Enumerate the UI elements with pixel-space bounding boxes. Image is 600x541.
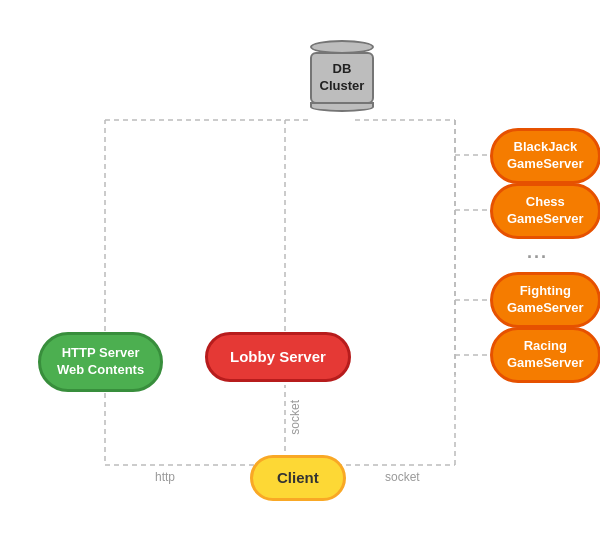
client: Client: [250, 455, 346, 501]
fighting-label: Fighting GameServer: [490, 272, 600, 328]
fighting-gameserver: Fighting GameServer: [490, 272, 600, 328]
lobby-server: Lobby Server: [205, 332, 351, 382]
dots-1: ...: [527, 242, 548, 263]
db-top: [310, 40, 374, 54]
blackjack-label: BlackJack GameServer: [490, 128, 600, 184]
db-label: DB Cluster: [320, 61, 365, 95]
socket-left-label: socket: [288, 400, 302, 435]
chess-gameserver: Chess GameServer: [490, 183, 600, 239]
db-body: DB Cluster: [310, 52, 374, 104]
racing-gameserver: Racing GameServer: [490, 327, 600, 383]
racing-label: Racing GameServer: [490, 327, 600, 383]
db-cluster: DB Cluster: [310, 40, 374, 112]
http-label: http: [155, 470, 175, 484]
socket-right-label: socket: [385, 470, 420, 484]
blackjack-gameserver: BlackJack GameServer: [490, 128, 600, 184]
chess-label: Chess GameServer: [490, 183, 600, 239]
architecture-diagram: DB Cluster BlackJack GameServer Chess Ga…: [0, 0, 600, 541]
http-server: HTTP Server Web Contents: [38, 332, 163, 392]
